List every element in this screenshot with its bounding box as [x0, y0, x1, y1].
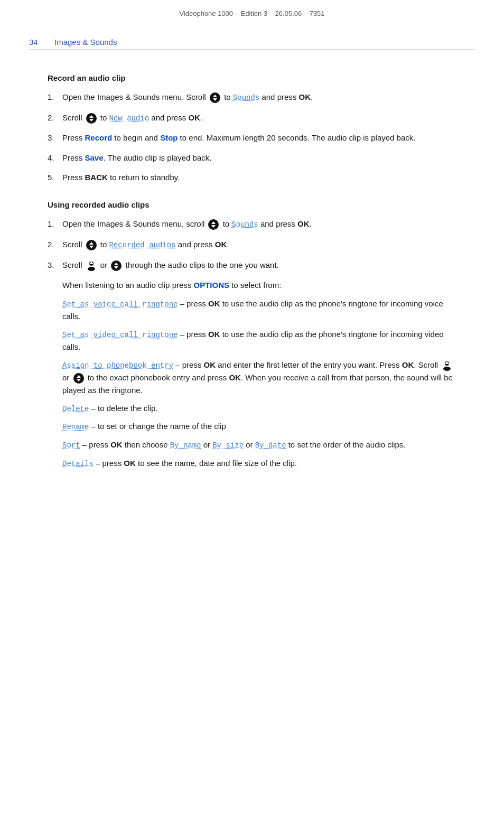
option-delete-label: Delete	[62, 405, 89, 413]
section-header: 34 Images & Sounds	[0, 23, 504, 46]
stop-label: Stop	[160, 133, 178, 142]
ok-details: OK	[124, 459, 136, 468]
scroll-down-icon-3	[208, 219, 219, 230]
options-intro: When listening to an audio clip press OP…	[62, 279, 456, 470]
header-text: Videophone 1000 – Edition 3 – 26.05.06 –…	[179, 10, 324, 17]
option-voice-ringtone: Set as voice call ringtone – press OK to…	[62, 297, 456, 323]
nav-icon-2	[441, 360, 453, 371]
sounds-link-2: Sounds	[231, 220, 258, 229]
option-rename: Rename – to set or change the name of th…	[62, 420, 456, 433]
ok-label-3: OK	[297, 219, 310, 228]
ok-assign-2: OK	[402, 360, 414, 369]
ok-voice: OK	[208, 299, 220, 308]
option-assign-label: Assign to phonebook entry	[62, 361, 173, 370]
content-area: Record an audio clip 1. Open the Images …	[0, 50, 504, 486]
section-number: 34	[29, 38, 49, 46]
recorded-audios-link: Recorded audios	[109, 241, 176, 249]
option-assign-phonebook: Assign to phonebook entry – press OK and…	[62, 359, 456, 397]
record-step-4: 4. Press Save. The audio clip is played …	[48, 152, 456, 164]
ok-sort: OK	[110, 440, 123, 449]
svg-point-9	[86, 240, 97, 250]
scroll-down-icon-4	[86, 239, 97, 251]
ok-assign-3: OK	[229, 373, 241, 382]
svg-point-15	[111, 260, 122, 271]
scroll-down-icon-5	[110, 260, 122, 272]
using-subsection-title: Using recorded audio clips	[48, 200, 456, 209]
options-label: OPTIONS	[193, 281, 229, 290]
using-steps-list: 1. Open the Images & Sounds menu, scroll…	[48, 218, 456, 271]
option-sort: Sort – press OK then choose By name or B…	[62, 439, 456, 452]
ok-video: OK	[208, 330, 220, 339]
option-details: Details – press OK to see the name, date…	[62, 457, 456, 470]
record-step-1: 1. Open the Images & Sounds menu. Scroll…	[48, 91, 456, 104]
by-name-link: By name	[170, 441, 201, 450]
ok-label-2: OK	[188, 113, 200, 122]
record-label: Record	[85, 133, 113, 142]
record-steps-list: 1. Open the Images & Sounds menu. Scroll…	[48, 91, 456, 183]
new-audio-link: New audio	[109, 114, 150, 123]
svg-point-0	[210, 92, 220, 103]
svg-point-19	[443, 367, 451, 371]
ok-label-1: OK	[298, 92, 311, 101]
using-step-2: 2. Scroll to Recorded audios and press O…	[48, 238, 456, 251]
using-step-1: 1. Open the Images & Sounds menu, scroll…	[48, 218, 456, 231]
page-header: Videophone 1000 – Edition 3 – 26.05.06 –…	[0, 0, 504, 23]
record-step-3: 3. Press Record to begin and Stop to end…	[48, 132, 456, 144]
svg-point-21	[73, 373, 84, 384]
scroll-down-icon	[209, 92, 221, 104]
by-size-link: By size	[212, 441, 244, 450]
option-video-label: Set as video call ringtone	[62, 331, 178, 339]
option-voice-label: Set as voice call ringtone	[62, 300, 178, 309]
back-label: BACK	[85, 173, 108, 182]
svg-point-13	[88, 267, 95, 271]
option-video-ringtone: Set as video call ringtone – press OK to…	[62, 328, 456, 353]
option-sort-label: Sort	[62, 441, 80, 450]
option-rename-label: Rename	[62, 423, 89, 431]
record-step-5: 5. Press BACK to return to standby.	[48, 171, 456, 183]
save-label: Save	[85, 153, 104, 162]
ok-label-4: OK	[215, 240, 227, 249]
scroll-down-icon-6	[73, 372, 85, 384]
svg-point-6	[208, 219, 219, 230]
nav-icon-1	[86, 260, 97, 272]
option-details-label: Details	[62, 460, 94, 468]
section-title: Images & Sounds	[54, 38, 117, 46]
sounds-link-1: Sounds	[233, 94, 259, 102]
record-step-2: 2. Scroll to New audio and press OK.	[48, 111, 456, 125]
scroll-down-icon-2	[86, 113, 97, 124]
record-subsection-title: Record an audio clip	[48, 73, 456, 82]
using-step-3: 3. Scroll or through the audio clips to …	[48, 259, 456, 272]
ok-assign-1: OK	[204, 360, 216, 369]
by-date-link: By date	[255, 441, 286, 450]
option-delete: Delete – to delete the clip.	[62, 402, 456, 415]
svg-point-3	[86, 113, 97, 124]
